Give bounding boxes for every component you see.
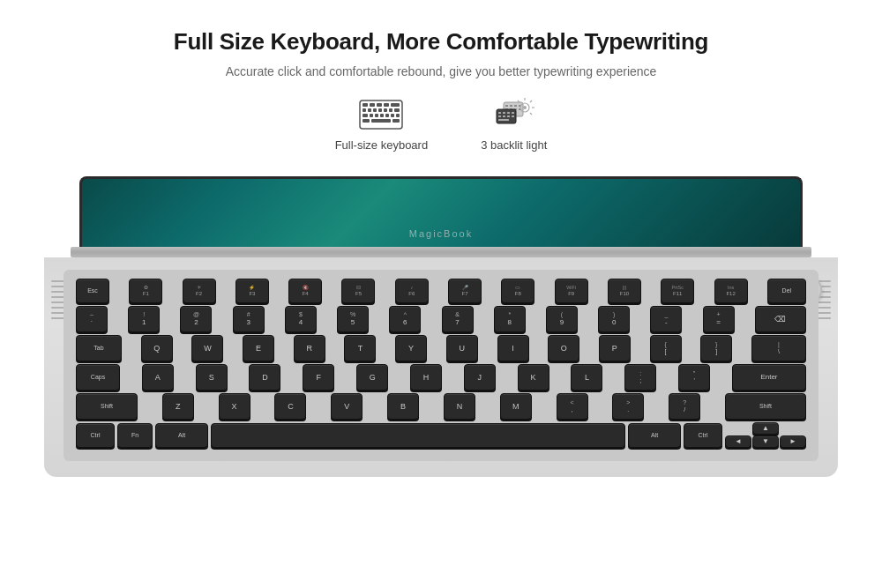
key-quote[interactable]: "'	[678, 364, 710, 391]
key-arrow-up[interactable]: ▲	[752, 422, 779, 435]
key-ctrl-right[interactable]: Ctrl	[684, 423, 722, 448]
key-5[interactable]: %5	[337, 306, 369, 332]
key-v[interactable]: V	[331, 393, 363, 420]
key-f4[interactable]: 🔇F4	[288, 279, 322, 303]
key-f1[interactable]: ✿F1	[129, 279, 162, 303]
key-o[interactable]: O	[548, 335, 579, 361]
key-c[interactable]: C	[274, 393, 306, 420]
key-f9[interactable]: WiFiF9	[555, 279, 588, 303]
key-x[interactable]: X	[219, 393, 250, 420]
key-f[interactable]: F	[303, 364, 334, 391]
key-alt-left[interactable]: Alt	[155, 423, 208, 448]
key-b[interactable]: B	[387, 393, 419, 420]
key-s[interactable]: S	[196, 364, 228, 391]
key-f11[interactable]: PrtScF11	[661, 279, 694, 303]
key-r[interactable]: R	[294, 335, 325, 361]
key-arrow-right[interactable]: ►	[780, 435, 806, 448]
key-4[interactable]: $4	[285, 306, 317, 332]
svg-rect-14	[370, 114, 373, 117]
key-arrow-down[interactable]: ▼	[752, 435, 779, 448]
key-period[interactable]: >.	[612, 393, 644, 420]
key-2[interactable]: @2	[180, 306, 212, 332]
key-u[interactable]: U	[446, 335, 478, 361]
page-title: Full Size Keyboard, More Comfortable Typ…	[18, 28, 864, 56]
svg-line-46	[530, 113, 532, 115]
svg-rect-42	[498, 119, 509, 121]
key-l[interactable]: L	[571, 364, 602, 391]
svg-rect-37	[512, 112, 514, 114]
svg-rect-34	[498, 112, 501, 114]
key-lbracket[interactable]: {[	[650, 335, 682, 361]
svg-rect-19	[396, 114, 400, 117]
key-rbracket[interactable]: }]	[700, 335, 732, 361]
key-shift-right[interactable]: Shift	[725, 393, 806, 420]
svg-rect-15	[375, 114, 378, 117]
key-3[interactable]: #3	[233, 306, 265, 332]
key-backslash[interactable]: |\	[751, 335, 806, 361]
key-y[interactable]: Y	[395, 335, 427, 361]
qwerty-row: Tab Q W E R T Y U I O P {[ }] |\	[76, 335, 806, 361]
key-n[interactable]: N	[444, 393, 475, 420]
key-f2[interactable]: ☀F2	[183, 279, 216, 303]
key-alt-right[interactable]: Alt	[628, 423, 681, 448]
svg-rect-11	[389, 108, 392, 112]
key-m[interactable]: M	[500, 393, 532, 420]
key-q[interactable]: Q	[141, 335, 173, 361]
key-k[interactable]: K	[518, 364, 549, 391]
page-subtitle: Accurate click and comfortable rebound, …	[18, 64, 864, 78]
key-i[interactable]: I	[497, 335, 529, 361]
key-equals[interactable]: +=	[703, 306, 735, 332]
key-backspace[interactable]: ⌫	[755, 306, 806, 332]
key-slash[interactable]: ?/	[669, 393, 700, 420]
key-z[interactable]: Z	[162, 393, 194, 420]
backlit-icon	[491, 98, 537, 131]
svg-rect-20	[363, 119, 370, 123]
key-enter[interactable]: Enter	[732, 364, 806, 391]
key-f3[interactable]: ⚡F3	[235, 279, 269, 303]
keyboard-area: Esc ✿F1 ☀F2 ⚡F3 🔇F4 ⊟F5 ♪F6 🎤F7 ▭F8 WiFi…	[64, 270, 818, 461]
key-d[interactable]: D	[249, 364, 280, 391]
key-esc[interactable]: Esc	[76, 279, 109, 303]
key-6[interactable]: ^6	[389, 306, 421, 332]
key-f10[interactable]: |||F10	[608, 279, 641, 303]
key-ctrl-left[interactable]: Ctrl	[76, 423, 115, 448]
key-9[interactable]: (9	[546, 306, 578, 332]
key-comma[interactable]: <,	[557, 393, 588, 420]
key-f7[interactable]: 🎤F7	[448, 279, 482, 303]
svg-rect-35	[503, 112, 505, 114]
key-tab[interactable]: Tab	[76, 335, 122, 361]
svg-rect-4	[384, 103, 389, 107]
key-shift-left[interactable]: Shift	[76, 393, 138, 420]
key-0[interactable]: )0	[598, 306, 630, 332]
key-semicolon[interactable]: :;	[624, 364, 656, 391]
key-del[interactable]: Del	[767, 279, 806, 303]
key-arrow-left[interactable]: ◄	[725, 435, 751, 448]
key-f8[interactable]: ▭F8	[501, 279, 534, 303]
brand-label: MagicBook	[409, 228, 473, 239]
key-h[interactable]: H	[410, 364, 442, 391]
key-a[interactable]: A	[142, 364, 174, 391]
key-7[interactable]: &7	[442, 306, 474, 332]
key-1[interactable]: !1	[128, 306, 160, 332]
laptop-container: MagicBook	[44, 176, 838, 477]
key-capslock[interactable]: Caps	[76, 364, 120, 391]
key-minus[interactable]: _-	[650, 306, 682, 332]
key-tilde[interactable]: ~`	[76, 306, 108, 332]
key-f12[interactable]: InsF12	[714, 279, 748, 303]
key-w[interactable]: W	[191, 335, 223, 361]
key-j[interactable]: J	[464, 364, 496, 391]
svg-rect-25	[510, 105, 512, 107]
svg-rect-21	[371, 119, 391, 123]
key-p[interactable]: P	[599, 335, 631, 361]
key-t[interactable]: T	[344, 335, 376, 361]
svg-rect-6	[363, 108, 366, 112]
header-section: Full Size Keyboard, More Comfortable Typ…	[0, 0, 882, 176]
feature-keyboard: Full-size keyboard	[335, 98, 429, 152]
key-space[interactable]	[211, 423, 625, 448]
key-e[interactable]: E	[243, 335, 274, 361]
key-f5[interactable]: ⊟F5	[341, 279, 375, 303]
key-g[interactable]: G	[356, 364, 388, 391]
key-fn[interactable]: Fn	[117, 423, 153, 448]
key-8[interactable]: *8	[494, 306, 526, 332]
key-f6[interactable]: ♪F6	[395, 279, 429, 303]
